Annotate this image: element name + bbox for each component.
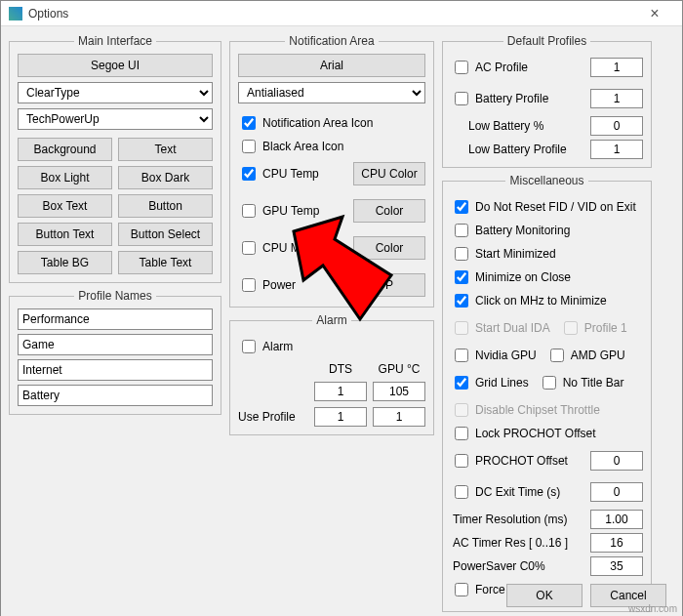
prochot-check[interactable]: PROCHOT Offset xyxy=(451,451,584,471)
timer-val[interactable]: 1.00 xyxy=(590,510,643,529)
chipset-check: Disable Chipset Throttle xyxy=(451,400,643,420)
gpu-temp-check[interactable]: GPU Temp xyxy=(238,201,347,221)
profile2-input[interactable] xyxy=(18,334,213,355)
dc-exit-check[interactable]: DC Exit Time (s) xyxy=(451,482,584,502)
gpu-value[interactable]: 105 xyxy=(373,382,425,401)
options-window: Options × Main Interface Segoe UI ClearT… xyxy=(0,0,683,616)
box-light-button[interactable]: Box Light xyxy=(18,166,112,189)
low-battery-profile-val[interactable]: 1 xyxy=(590,140,643,159)
battery-mon-check[interactable]: Battery Monitoring xyxy=(451,221,643,240)
window-title: Options xyxy=(28,7,635,21)
power-button[interactable]: P xyxy=(353,273,425,297)
cpu-color-button[interactable]: CPU Color xyxy=(353,162,425,185)
profile1-input[interactable] xyxy=(18,308,213,330)
notification-area-group: Notification Area Arial Antialiased Noti… xyxy=(229,34,434,308)
default-profiles-legend: Default Profiles xyxy=(503,34,590,48)
dual-ida-check: Start Dual IDA xyxy=(451,318,550,338)
battery-profile-val[interactable]: 1 xyxy=(590,89,643,108)
alarm-check[interactable]: Alarm xyxy=(238,337,425,356)
battery-profile-check[interactable]: Battery Profile xyxy=(451,89,584,108)
use-profile-1[interactable]: 1 xyxy=(314,407,367,427)
nvidia-check[interactable]: Nvidia GPU xyxy=(451,346,537,365)
text-button[interactable]: Text xyxy=(118,138,213,161)
use-profile-2[interactable]: 1 xyxy=(373,407,425,427)
main-interface-group: Main Interface Segoe UI ClearType TechPo… xyxy=(9,34,221,283)
ac-timer-label: AC Timer Res [ 0..16 ] xyxy=(451,536,584,550)
use-profile-label: Use Profile xyxy=(238,410,308,424)
power-check[interactable]: Power xyxy=(238,275,347,295)
black-icon-check[interactable]: Black Area Icon xyxy=(238,137,425,156)
close-icon[interactable]: × xyxy=(635,5,674,22)
profile4-input[interactable] xyxy=(18,385,213,406)
ac-profile-check[interactable]: AC Profile xyxy=(451,58,584,77)
dc-exit-val[interactable]: 0 xyxy=(590,482,643,502)
box-dark-button[interactable]: Box Dark xyxy=(118,166,213,189)
cpu-mhz-check[interactable]: CPU MHz xyxy=(238,238,347,258)
psc0-label: PowerSaver C0% xyxy=(451,559,584,573)
start-min-check[interactable]: Start Minimized xyxy=(451,244,643,264)
notif-icon-check[interactable]: Notification Area Icon xyxy=(238,113,425,133)
click-mhz-check[interactable]: Click on MHz to Minimize xyxy=(451,291,643,310)
brand-select[interactable]: TechPowerUp xyxy=(18,108,213,130)
no-reset-check[interactable]: Do Not Reset FID / VID on Exit xyxy=(451,197,643,217)
ac-timer-val[interactable]: 16 xyxy=(590,533,643,553)
low-battery-pct-val[interactable]: 0 xyxy=(590,116,643,136)
psc0-val[interactable]: 35 xyxy=(590,556,643,576)
table-bg-button[interactable]: Table BG xyxy=(18,251,112,274)
ok-button[interactable]: OK xyxy=(506,584,583,607)
render-select[interactable]: ClearType xyxy=(18,82,213,103)
font-button[interactable]: Segoe UI xyxy=(18,54,213,77)
alarm-group: Alarm Alarm DTS GPU °C 1 105 Use Profile… xyxy=(229,313,434,435)
no-titlebar-check[interactable]: No Title Bar xyxy=(539,373,624,392)
dts-label: DTS xyxy=(314,362,367,376)
dts-value[interactable]: 1 xyxy=(314,382,367,401)
watermark: wsxdn.com xyxy=(628,603,677,614)
timer-label: Timer Resolution (ms) xyxy=(451,513,584,526)
default-profiles-group: Default Profiles AC Profile1 Battery Pro… xyxy=(442,34,652,168)
lock-prochot-check[interactable]: Lock PROCHOT Offset xyxy=(451,424,643,443)
min-close-check[interactable]: Minimize on Close xyxy=(451,267,643,287)
low-battery-profile-label: Low Battery Profile xyxy=(451,143,584,156)
cpu-temp-check[interactable]: CPU Temp xyxy=(238,164,347,184)
background-button[interactable]: Background xyxy=(18,138,112,161)
profile3-input[interactable] xyxy=(18,359,213,381)
misc-group: Miscellaneous Do Not Reset FID / VID on … xyxy=(442,174,652,612)
antialias-select[interactable]: Antialiased xyxy=(238,82,425,103)
profile1-check: Profile 1 xyxy=(560,318,627,338)
gpu-label: GPU °C xyxy=(373,362,425,376)
alarm-legend: Alarm xyxy=(312,313,350,327)
amd-check[interactable]: AMD GPU xyxy=(546,346,625,365)
app-icon xyxy=(9,7,22,21)
profile-names-group: Profile Names xyxy=(9,289,221,415)
box-text-button[interactable]: Box Text xyxy=(18,194,112,218)
titlebar: Options × xyxy=(1,1,682,26)
notif-font-button[interactable]: Arial xyxy=(238,54,425,77)
mhz-color-button[interactable]: Color xyxy=(353,236,425,260)
prochot-val[interactable]: 0 xyxy=(590,451,643,471)
button-button[interactable]: Button xyxy=(118,194,213,218)
gpu-color-button[interactable]: Color xyxy=(353,199,425,223)
ac-profile-val[interactable]: 1 xyxy=(590,58,643,77)
grid-lines-check[interactable]: Grid Lines xyxy=(451,373,529,392)
low-battery-pct-label: Low Battery % xyxy=(451,119,584,133)
table-text-button[interactable]: Table Text xyxy=(118,251,213,274)
profile-names-legend: Profile Names xyxy=(74,289,155,303)
button-select-button[interactable]: Button Select xyxy=(118,223,213,246)
main-interface-legend: Main Interface xyxy=(74,34,156,48)
notification-area-legend: Notification Area xyxy=(285,34,378,48)
misc-legend: Miscellaneous xyxy=(505,174,587,187)
button-text-button[interactable]: Button Text xyxy=(18,223,112,246)
